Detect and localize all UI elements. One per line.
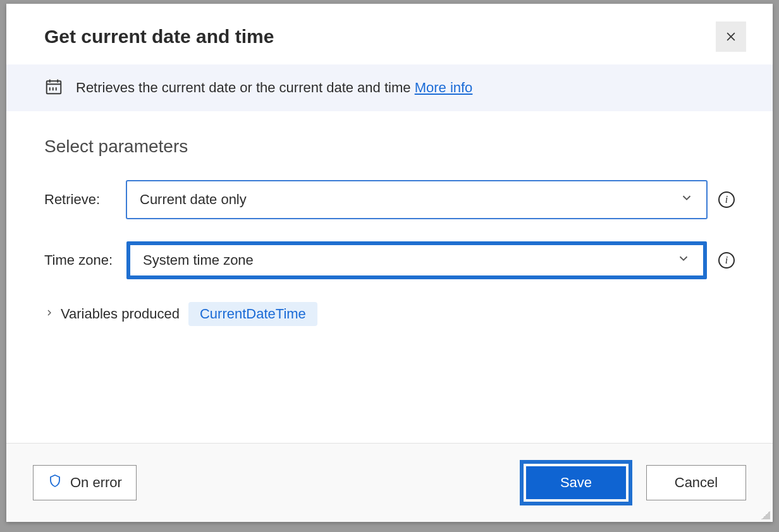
svg-rect-2	[47, 81, 61, 94]
section-title: Select parameters	[44, 136, 735, 157]
dialog-description: Retrieves the current date or the curren…	[76, 80, 472, 96]
shield-icon	[47, 473, 63, 492]
info-banner: Retrieves the current date or the curren…	[6, 64, 773, 111]
dialog-title: Get current date and time	[44, 26, 274, 47]
param-row-timezone: Time zone: System time zone	[44, 241, 735, 279]
save-highlight: Save	[520, 460, 632, 505]
timezone-dropdown[interactable]: System time zone	[126, 241, 707, 279]
calendar-icon	[44, 77, 63, 99]
param-row-retrieve: Retrieve: Current date only	[44, 181, 735, 219]
timezone-value: System time zone	[143, 252, 254, 269]
timezone-label: Time zone:	[44, 252, 126, 269]
variables-toggle-label: Variables produced	[61, 306, 180, 322]
cancel-button[interactable]: Cancel	[646, 465, 746, 500]
save-button[interactable]: Save	[526, 466, 626, 499]
footer-right: Save Cancel	[520, 460, 746, 505]
on-error-label: On error	[70, 475, 122, 491]
more-info-link[interactable]: More info	[415, 80, 473, 95]
dialog: Get current date and time	[6, 4, 773, 522]
dialog-footer: On error Save Cancel	[6, 443, 773, 522]
dialog-body: Select parameters Retrieve: Current date…	[6, 111, 773, 443]
chevron-down-icon	[677, 251, 690, 269]
retrieve-label: Retrieve:	[44, 191, 126, 208]
description-text: Retrieves the current date or the curren…	[76, 80, 411, 95]
variables-row: Variables produced CurrentDateTime	[44, 302, 735, 326]
close-button[interactable]	[716, 21, 746, 52]
close-icon	[725, 30, 737, 43]
timezone-info-icon[interactable]	[718, 252, 735, 269]
variable-chip[interactable]: CurrentDateTime	[188, 302, 317, 326]
dialog-header: Get current date and time	[6, 4, 773, 64]
viewport: Get current date and time	[0, 0, 779, 532]
chevron-right-icon	[44, 308, 54, 320]
retrieve-dropdown[interactable]: Current date only	[126, 181, 707, 219]
on-error-button[interactable]: On error	[33, 465, 137, 500]
chevron-down-icon	[680, 191, 694, 209]
retrieve-info-icon[interactable]	[718, 191, 735, 208]
variables-toggle[interactable]: Variables produced	[44, 306, 180, 322]
retrieve-value: Current date only	[140, 191, 247, 208]
